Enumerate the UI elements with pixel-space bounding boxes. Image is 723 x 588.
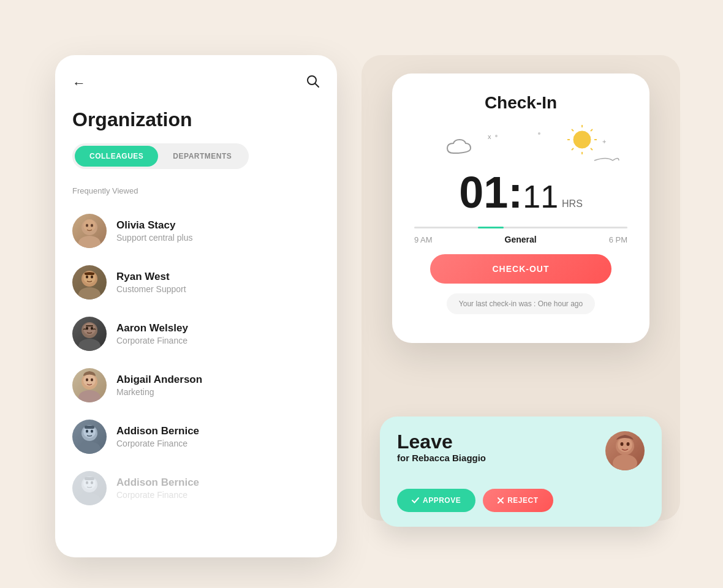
- time-minutes: 11: [523, 181, 558, 213]
- colleague-name: Ryan West: [116, 271, 320, 283]
- time-colon: :: [508, 170, 523, 214]
- svg-point-31: [78, 493, 100, 505]
- svg-line-45: [572, 148, 573, 150]
- colleague-name: Addison Bernice: [116, 425, 320, 437]
- svg-point-17: [86, 327, 88, 330]
- svg-point-53: [627, 442, 630, 446]
- time-unit: HRS: [562, 198, 583, 209]
- svg-line-1: [316, 84, 319, 88]
- leave-subtitle: for Rebacca Biaggio: [397, 453, 486, 463]
- approve-button[interactable]: APPROVE: [397, 489, 475, 512]
- list-item[interactable]: Abigail Anderson Marketing: [72, 360, 320, 411]
- reject-label: REJECT: [507, 496, 538, 505]
- scene: ← Organization COLLEAGUES DEPARTMENTS Fr…: [55, 43, 668, 545]
- svg-point-28: [86, 430, 88, 433]
- svg-line-42: [572, 129, 573, 131]
- time-display: 01 : 11 HRS: [459, 170, 583, 214]
- colleague-dept: Corporate Finance: [116, 490, 320, 500]
- weather-scene: x +: [414, 123, 627, 165]
- timeline-end: 6 PM: [609, 235, 627, 244]
- svg-line-43: [591, 148, 592, 150]
- colleague-info: Addison Bernice Corporate Finance: [116, 477, 320, 500]
- svg-point-20: [78, 390, 100, 402]
- tab-colleagues[interactable]: COLLEAGUES: [75, 146, 158, 167]
- svg-point-25: [78, 442, 100, 454]
- svg-point-4: [83, 219, 96, 232]
- time-hours: 01: [459, 170, 508, 214]
- svg-point-18: [91, 327, 93, 330]
- colleague-info: Olivia Stacy Support central plus: [116, 219, 320, 243]
- colleague-name: Olivia Stacy: [116, 219, 320, 232]
- svg-point-52: [621, 442, 624, 446]
- svg-rect-30: [85, 426, 94, 429]
- colleague-info: Abigail Anderson Marketing: [116, 374, 320, 397]
- avatar: [72, 265, 107, 300]
- timeline-bar: [414, 227, 627, 228]
- colleague-dept: Customer Support: [116, 284, 320, 294]
- svg-point-34: [86, 481, 88, 484]
- reject-button[interactable]: REJECT: [483, 489, 553, 512]
- leave-card: Leave for Rebacca Biaggio: [380, 417, 662, 527]
- svg-point-12: [91, 276, 93, 279]
- colleague-info: Aaron Welsley Corporate Finance: [116, 322, 320, 345]
- timeline-row: 9 AM General 6 PM: [414, 227, 627, 244]
- svg-point-35: [91, 481, 93, 484]
- search-icon: [306, 75, 320, 88]
- org-card: ← Organization COLLEAGUES DEPARTMENTS Fr…: [55, 55, 337, 557]
- avatar: [72, 214, 107, 248]
- avatar: [72, 368, 107, 402]
- leave-actions: APPROVE REJECT: [397, 489, 645, 512]
- section-label: Frequently Viewed: [72, 186, 320, 195]
- svg-point-14: [78, 339, 100, 351]
- tab-departments[interactable]: DEPARTMENTS: [158, 146, 246, 167]
- list-item[interactable]: Addison Bernice Corporate Finance: [72, 411, 320, 462]
- colleague-dept: Corporate Finance: [116, 336, 320, 345]
- svg-point-5: [86, 224, 88, 227]
- search-button[interactable]: [306, 75, 320, 91]
- svg-text:x: x: [488, 133, 491, 140]
- avatar: [72, 317, 107, 351]
- back-button[interactable]: ←: [72, 75, 86, 91]
- colleague-name: Addison Bernice: [116, 477, 320, 489]
- org-title: Organization: [72, 108, 320, 131]
- x-icon: [498, 497, 504, 503]
- checkin-card: Check-In: [392, 74, 649, 343]
- colleague-dept: Support central plus: [116, 233, 320, 243]
- approve-label: APPROVE: [423, 496, 461, 505]
- leave-text: Leave for Rebacca Biaggio: [397, 431, 486, 463]
- avatar: [72, 420, 107, 454]
- avatar: [72, 471, 107, 505]
- colleague-name: Aaron Welsley: [116, 322, 320, 334]
- tab-group: COLLEAGUES DEPARTMENTS: [72, 143, 249, 169]
- colleague-list: Olivia Stacy Support central plus: [72, 205, 320, 514]
- svg-point-23: [86, 379, 88, 382]
- svg-rect-13: [85, 273, 94, 275]
- colleague-name: Abigail Anderson: [116, 374, 320, 386]
- svg-rect-36: [85, 477, 94, 480]
- svg-line-44: [591, 129, 592, 131]
- checkout-button[interactable]: CHECK-OUT: [430, 254, 611, 284]
- timeline-middle: General: [505, 235, 537, 244]
- svg-rect-19: [86, 325, 93, 326]
- svg-point-46: [495, 135, 498, 137]
- leave-avatar: [605, 431, 645, 470]
- svg-point-11: [86, 276, 88, 279]
- colleague-dept: Corporate Finance: [116, 439, 320, 448]
- colleague-info: Ryan West Customer Support: [116, 271, 320, 294]
- timeline-fill: [478, 227, 504, 228]
- list-item[interactable]: Olivia Stacy Support central plus: [72, 205, 320, 257]
- leave-title: Leave: [397, 431, 486, 453]
- org-header: ←: [72, 75, 320, 91]
- colleague-info: Addison Bernice Corporate Finance: [116, 425, 320, 448]
- leave-top: Leave for Rebacca Biaggio: [397, 431, 645, 470]
- check-icon: [412, 497, 419, 503]
- list-item[interactable]: Addison Bernice Corporate Finance: [72, 462, 320, 514]
- svg-text:+: +: [602, 138, 606, 145]
- list-item[interactable]: Aaron Welsley Corporate Finance: [72, 308, 320, 360]
- svg-point-8: [78, 287, 100, 300]
- list-item[interactable]: Ryan West Customer Support: [72, 257, 320, 308]
- last-checkin-text: Your last check-in was : One hour ago: [447, 293, 595, 314]
- colleague-dept: Marketing: [116, 387, 320, 397]
- timeline-labels: 9 AM General 6 PM: [414, 235, 627, 244]
- svg-point-29: [91, 430, 93, 433]
